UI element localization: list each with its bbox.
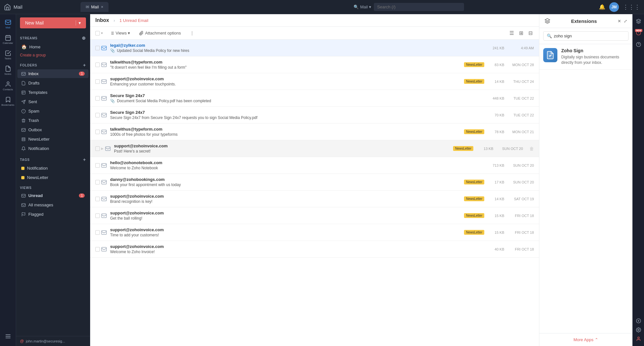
compact-view-icon[interactable]: ⊟ xyxy=(527,29,534,37)
right-mini-settings-icon[interactable] xyxy=(634,325,643,334)
select-all-area[interactable]: ▾ xyxy=(95,31,103,35)
email-row[interactable]: support@zohoinvoice.com Get the ball rol… xyxy=(90,207,539,224)
search-input[interactable] xyxy=(374,3,464,11)
tags-add-icon[interactable]: + xyxy=(83,157,86,162)
nav-contacts[interactable]: Contacts xyxy=(2,79,14,93)
right-mini-new-icon[interactable]: NEW xyxy=(634,28,643,37)
email-checkbox[interactable] xyxy=(95,146,100,151)
email-read-icon xyxy=(101,62,107,68)
email-content: danny@zohobookings.com Book your first a… xyxy=(110,177,460,187)
sidebar-item-newsletter[interactable]: NewsLetter xyxy=(17,135,89,143)
email-checkbox[interactable] xyxy=(95,96,100,101)
search-scope-selector[interactable]: 🔍 Mail ▾ xyxy=(354,5,371,9)
email-sender: support@zohoinvoice.com xyxy=(110,194,460,199)
views-button[interactable]: Views ▾ xyxy=(108,29,132,37)
list-view-icon[interactable]: ☰ xyxy=(508,29,515,37)
user-avatar[interactable]: JM xyxy=(609,2,619,12)
nav-tasks[interactable]: Tasks xyxy=(2,48,14,62)
email-checkbox[interactable] xyxy=(95,63,100,67)
sidebar-item-trash[interactable]: Trash xyxy=(17,116,89,125)
email-checkbox[interactable] xyxy=(95,180,100,184)
email-row[interactable]: support@zohoinvoice.com Enhancing your c… xyxy=(90,73,539,90)
extensions-search-input[interactable] xyxy=(554,34,625,38)
email-row[interactable]: talkwithus@typeform.com "It doesn't even… xyxy=(90,56,539,73)
sidebar-item-home[interactable]: 🏠 Home xyxy=(17,42,89,51)
email-checkbox[interactable] xyxy=(95,113,100,117)
new-badge-label: NEW xyxy=(635,29,642,32)
nav-calendar[interactable]: Calendar xyxy=(2,32,14,46)
grid-view-icon[interactable]: ⊞ xyxy=(518,29,525,37)
sidebar-item-unread[interactable]: Unread 1 xyxy=(17,191,89,200)
extensions-header-actions: ✕ ⤢ xyxy=(618,19,627,24)
sidebar-item-inbox[interactable]: Inbox 1 xyxy=(17,69,89,78)
email-row[interactable]: support@zohoinvoice.com Time to add your… xyxy=(90,224,539,241)
right-mini-layers-icon[interactable] xyxy=(634,17,643,26)
email-row[interactable]: legal@zylker.com 📎 Updated Social Media … xyxy=(90,40,539,56)
email-tag: NewsLetter xyxy=(464,79,484,84)
expand-thread-icon[interactable]: ▶ xyxy=(101,147,104,150)
right-mini-help-icon[interactable] xyxy=(634,40,643,49)
email-checkbox[interactable] xyxy=(95,130,100,134)
more-apps-label: More Apps xyxy=(573,337,593,342)
apps-grid-icon[interactable]: ⋮⋮⋮ xyxy=(623,4,640,11)
nav-mail[interactable]: Mail xyxy=(2,17,14,31)
email-row[interactable]: Secure Sign 24x7 📎 Document Social Media… xyxy=(90,90,539,107)
header-separator: › xyxy=(114,18,115,23)
extensions-expand-icon[interactable]: ⤢ xyxy=(624,19,627,24)
sidebar-item-outbox[interactable]: Outbox xyxy=(17,125,89,134)
topbar-actions: 🔔 JM ⋮⋮⋮ xyxy=(599,2,640,12)
mail-tab[interactable]: ✉ Mail ✕ xyxy=(80,2,109,12)
email-checkbox[interactable] xyxy=(95,213,100,218)
more-options-button[interactable]: ⋮ xyxy=(188,29,196,37)
email-tag: NewsLetter xyxy=(464,196,484,201)
ext-search-icon: 🔍 xyxy=(547,34,552,38)
email-checkbox[interactable] xyxy=(95,197,100,201)
sidebar-item-templates[interactable]: Templates xyxy=(17,88,89,97)
right-mini-add-icon[interactable] xyxy=(634,316,643,325)
attachment-options-button[interactable]: Attachment options xyxy=(137,29,183,37)
folders-add-icon[interactable]: + xyxy=(83,63,86,68)
email-row[interactable]: ▶ support@zohoinvoice.com Psst! Here's a… xyxy=(90,140,539,157)
create-group-link[interactable]: Create a group xyxy=(16,52,90,59)
sidebar-item-flagged[interactable]: Flagged xyxy=(17,210,89,219)
email-checkbox[interactable] xyxy=(95,247,100,252)
svg-rect-1 xyxy=(5,35,10,40)
new-mail-button[interactable]: New Mail ▾ xyxy=(20,17,86,28)
sidebar-item-tag-newsletter[interactable]: NewsLetter xyxy=(17,173,89,182)
email-row[interactable]: talkwithus@typeform.com 1000s of free ph… xyxy=(90,124,539,140)
sidebar-item-all-messages[interactable]: All messages xyxy=(17,201,89,209)
extension-result-item[interactable]: Zoho Sign Digitally sign business docume… xyxy=(539,44,632,70)
email-checkbox[interactable] xyxy=(95,163,100,168)
sidebar-item-sent[interactable]: Sent xyxy=(17,97,89,106)
email-date: SUN OCT 20 xyxy=(497,147,523,151)
nav-bookmarks[interactable]: Bookmarks xyxy=(2,94,14,108)
streams-add-icon[interactable]: ⊕ xyxy=(82,35,86,41)
select-all-checkbox[interactable] xyxy=(95,31,100,35)
nav-notes[interactable]: Notes xyxy=(2,63,14,77)
sidebar-item-tag-notification[interactable]: Notification xyxy=(17,164,89,173)
nav-collapse[interactable] xyxy=(2,329,14,343)
email-row[interactable]: Secure Sign 24x7 Secure Sign 24x7 from S… xyxy=(90,107,539,124)
select-all-arrow[interactable]: ▾ xyxy=(101,31,103,35)
new-mail-arrow[interactable]: ▾ xyxy=(76,20,81,25)
email-unread-icon xyxy=(101,45,107,51)
collapse-icon[interactable] xyxy=(2,329,14,343)
email-checkbox[interactable] xyxy=(95,230,100,235)
email-checkbox[interactable] xyxy=(95,79,100,84)
email-row[interactable]: danny@zohobookings.com Book your first a… xyxy=(90,174,539,191)
email-row[interactable]: support@zohoinvoice.com Brand recognitio… xyxy=(90,191,539,207)
extensions-close-icon[interactable]: ✕ xyxy=(618,19,621,24)
email-checkbox[interactable] xyxy=(95,46,100,50)
sidebar-item-drafts[interactable]: Drafts xyxy=(17,79,89,87)
notifications-icon[interactable]: 🔔 xyxy=(599,4,605,10)
more-apps-button[interactable]: More Apps ⌃ xyxy=(573,337,598,342)
email-subject: Time to add your customers! xyxy=(110,233,460,237)
email-row[interactable]: support@zohoinvoice.com Welcome to Zoho … xyxy=(90,241,539,258)
email-size: 448 KB xyxy=(488,96,504,100)
email-content: support@zohoinvoice.com Get the ball rol… xyxy=(110,211,460,221)
email-row[interactable]: hello@zohonotebook.com Welcome to Zoho N… xyxy=(90,157,539,174)
right-mini-person-icon[interactable] xyxy=(634,334,643,343)
email-delete-icon[interactable]: 🗑 xyxy=(529,146,534,151)
sidebar-item-spam[interactable]: Spam xyxy=(17,107,89,115)
sidebar-item-notification[interactable]: Notification xyxy=(17,144,89,153)
